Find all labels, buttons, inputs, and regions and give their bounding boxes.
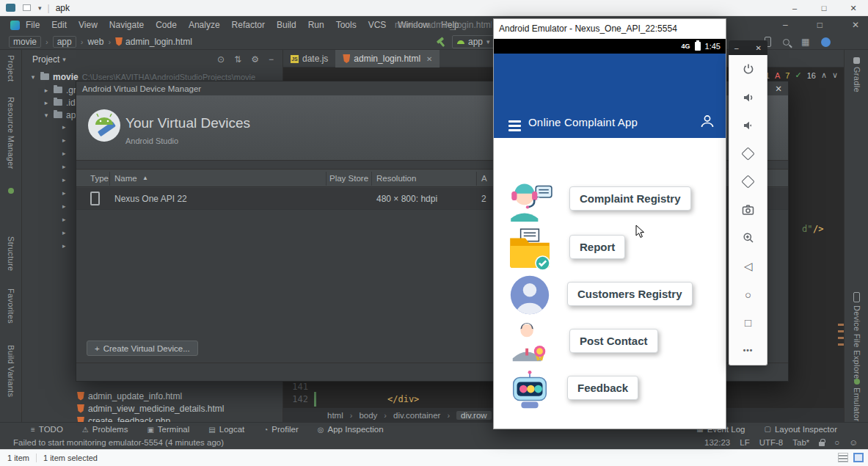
menu-edit[interactable]: Edit — [45, 16, 73, 34]
complaint-registry-button[interactable]: Complaint Registry — [569, 186, 691, 211]
tree-row-file[interactable]: admin_update_info.html — [77, 390, 283, 402]
account-person-icon[interactable] — [699, 112, 716, 132]
power-button[interactable] — [729, 55, 767, 83]
report-button[interactable]: Report — [569, 235, 625, 259]
column-type[interactable]: Type — [90, 170, 109, 186]
collapsed-icon[interactable]: ▸ — [62, 216, 66, 223]
chevron-down-icon[interactable]: ▾ — [38, 4, 42, 12]
post-contact-button[interactable]: Post Contact — [569, 329, 658, 353]
menu-refactor[interactable]: Refactor — [226, 16, 271, 34]
line-separator[interactable]: LF — [740, 438, 749, 447]
search-icon[interactable] — [783, 39, 789, 45]
profile-avatar[interactable] — [821, 37, 831, 47]
crumb-html[interactable]: html — [327, 411, 343, 420]
hide-panel-icon[interactable]: − — [269, 54, 274, 65]
zoom-button[interactable] — [729, 224, 767, 252]
menu-view[interactable]: View — [73, 16, 103, 34]
tool-button-profiler[interactable]: ◔Profiler — [263, 425, 298, 434]
menu-tools[interactable]: Tools — [330, 16, 362, 34]
maximize-button[interactable]: □ — [817, 20, 823, 30]
breadcrumb-web[interactable]: web — [87, 37, 103, 47]
minimize-button[interactable]: – — [734, 44, 739, 52]
chevron-down-icon[interactable]: ▾ — [62, 56, 66, 63]
tree-row-file[interactable]: create_feedback.php — [77, 415, 283, 422]
menu-build[interactable]: Build — [271, 16, 302, 34]
prev-issue-icon[interactable]: ∧ — [821, 70, 827, 80]
crumb-row[interactable]: div.row — [456, 411, 492, 420]
column-resolution[interactable]: Resolution — [376, 170, 416, 186]
tool-button-favorites[interactable]: Favorites — [0, 288, 22, 324]
collapse-all-icon[interactable]: ⇅ — [234, 54, 241, 65]
tool-button-device-file-explorer[interactable]: Device File Explorer — [845, 292, 868, 382]
volume-up-button[interactable] — [729, 83, 767, 111]
collapsed-icon[interactable]: ▸ — [62, 150, 66, 157]
more-options-button[interactable]: ••• — [729, 337, 767, 365]
tool-button-problems[interactable]: ⚠Problems — [82, 425, 128, 434]
tool-button-terminal[interactable]: ▣Terminal — [147, 425, 189, 434]
feedback-smiley-icon[interactable]: ☺ — [849, 438, 858, 447]
build-hammer-icon[interactable] — [436, 37, 445, 47]
customers-registry-button[interactable]: Customers Registry — [567, 282, 693, 306]
details-view-icon[interactable] — [838, 453, 848, 462]
back-button[interactable]: ◁ — [729, 252, 767, 280]
collapsed-icon[interactable]: ▸ — [62, 229, 66, 236]
collapsed-icon[interactable]: ▸ — [62, 123, 66, 131]
tool-button-resource-manager[interactable]: Resource Manager — [0, 97, 22, 169]
volume-down-button[interactable] — [729, 112, 767, 139]
project-panel-title[interactable]: Project — [32, 54, 59, 65]
tree-row-file[interactable]: admin_view_medicine_details.html — [77, 402, 283, 415]
maximize-button[interactable]: □ — [809, 0, 839, 16]
tool-button-app-inspection[interactable]: ◎App Inspection — [318, 425, 384, 434]
column-name[interactable]: Name — [114, 170, 137, 186]
lock-icon[interactable] — [819, 442, 825, 446]
collapsed-icon[interactable]: ▸ — [62, 176, 66, 183]
tool-button-layout-inspector[interactable]: ▢Layout Inspector — [765, 425, 837, 434]
collapsed-icon[interactable]: ▸ — [62, 163, 66, 170]
indicator-icon[interactable]: ○ — [834, 438, 839, 447]
tool-button-logcat[interactable]: ▤Logcat — [208, 425, 244, 434]
expanded-icon[interactable]: ▾ — [29, 73, 37, 81]
close-button[interactable]: ✕ — [839, 0, 868, 16]
collapsed-icon[interactable]: ▸ — [43, 99, 50, 106]
inspections-widget[interactable]: 1 A 7 ✓ 16 ∧ ∨ — [765, 70, 838, 80]
minimize-button[interactable]: – — [783, 20, 788, 30]
close-button[interactable]: ✕ — [852, 20, 859, 30]
run-configuration-select[interactable]: app ▾ — [452, 35, 495, 48]
commit-icon[interactable] — [0, 188, 22, 194]
menu-vcs[interactable]: VCS — [362, 16, 393, 34]
next-issue-icon[interactable]: ∨ — [832, 70, 838, 80]
create-virtual-device-button[interactable]: + Create Virtual Device... — [87, 341, 198, 356]
rotate-left-button[interactable] — [729, 139, 767, 167]
overview-button[interactable]: □ — [729, 308, 767, 336]
feedback-button[interactable]: Feedback — [567, 376, 638, 400]
breadcrumb-movie[interactable]: movie — [9, 36, 41, 48]
grid-icon[interactable]: ▦ — [801, 37, 809, 47]
explorer-quickaccess-icon[interactable] — [23, 4, 31, 11]
locate-file-icon[interactable]: ⊙ — [217, 54, 225, 65]
tool-button-emulator[interactable]: Emulator — [845, 379, 868, 421]
tool-button-project[interactable]: Project — [0, 55, 22, 81]
rotate-right-button[interactable] — [729, 167, 767, 195]
collapsed-icon[interactable]: ▸ — [62, 242, 66, 250]
tab-date-js[interactable]: JS date.js — [283, 50, 335, 68]
gear-icon[interactable]: ⚙ — [251, 54, 259, 65]
breadcrumb-file[interactable]: admin_login.html — [125, 37, 192, 47]
file-encoding[interactable]: UTF-8 — [759, 438, 784, 447]
collapsed-icon[interactable]: ▸ — [43, 87, 50, 94]
collapsed-icon[interactable]: ▸ — [62, 189, 66, 197]
menu-navigate[interactable]: Navigate — [103, 16, 150, 34]
tool-button-structure[interactable]: Structure — [0, 236, 22, 271]
minimize-button[interactable]: – — [780, 0, 809, 16]
home-button[interactable]: ○ — [729, 280, 767, 308]
tool-button-todo[interactable]: ≡TODO — [31, 425, 63, 434]
collapsed-icon[interactable]: ▸ — [62, 136, 66, 144]
menu-code[interactable]: Code — [150, 16, 183, 34]
breadcrumb-app[interactable]: app — [53, 36, 76, 48]
crumb-container[interactable]: div.container — [393, 411, 440, 420]
crumb-body[interactable]: body — [359, 411, 377, 420]
hamburger-menu-icon[interactable] — [508, 120, 521, 134]
close-dialog-icon[interactable]: ✕ — [775, 84, 782, 94]
close-button[interactable]: ✕ — [756, 44, 762, 52]
column-play-store[interactable]: Play Store — [329, 170, 368, 186]
close-tab-icon[interactable]: ✕ — [426, 55, 432, 63]
